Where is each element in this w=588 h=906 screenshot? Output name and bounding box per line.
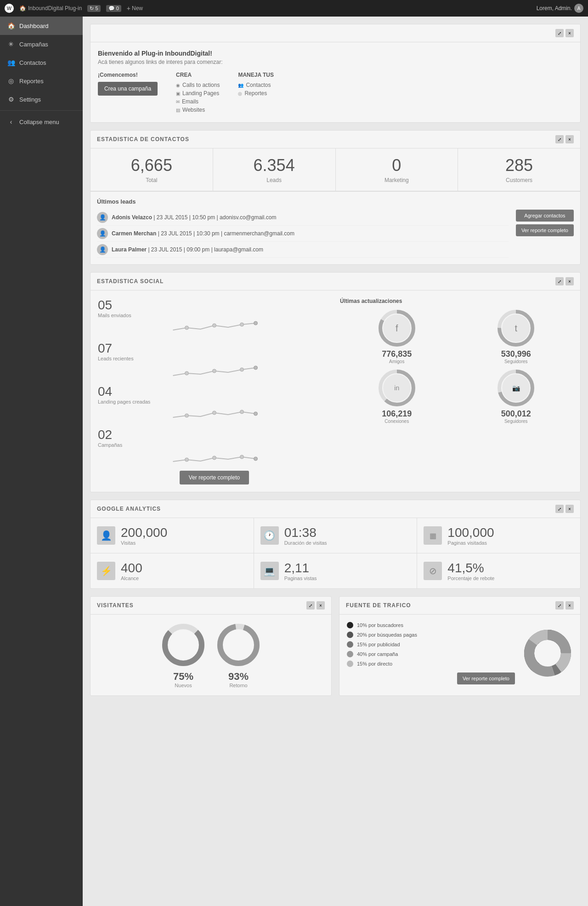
close-button-contactos[interactable]: × (565, 135, 574, 143)
crea-title: CREA (176, 72, 220, 78)
crea-item-emails: Emails (176, 98, 220, 105)
social-linkedin: in 106,219 Conexiones (340, 370, 454, 424)
contactos-section-title: ESTADISTICA DE CONTACTOS (97, 136, 189, 142)
comments-badge[interactable]: 💬 0 (106, 5, 121, 12)
lead-item-3: Laura Palmer | 23 JUL 2015 | 09:00 pm | … (97, 242, 509, 258)
lead-email-1: adonisv.co@gmail.com (220, 214, 276, 221)
topbar-site[interactable]: 🏠 InboundDigital Plug-in (19, 5, 82, 11)
campanas-icon: ✳ (7, 40, 15, 48)
sidebar: 🏠 Dashboard ✳ Campañas 👥 Contactos ◎ Rep… (0, 17, 83, 906)
stat-marketing-label: Marketing (340, 177, 453, 183)
alcance-num: 400 (121, 561, 142, 576)
svg-point-2 (240, 323, 244, 326)
twitter-label: Seguidores (504, 359, 528, 364)
visitantes-nuevos: 75% Nuevos (160, 622, 206, 688)
lead-avatar-2 (97, 228, 108, 239)
maneja-item-reportes: Reportes (238, 90, 274, 97)
linkedin-circle-inner: in (383, 374, 411, 402)
expand-button-visitantes[interactable]: ⤢ (306, 601, 315, 610)
fuente-label-3: 15% por publicidad (357, 642, 400, 647)
fuente-legend-4: 40% por campaña (347, 651, 515, 657)
analytics-visitas: 👤 200,000 Visitas (90, 518, 254, 553)
social-network-grid: f 776,835 Amigos (340, 310, 573, 424)
create-campaign-button[interactable]: Crea una campaña (98, 82, 158, 96)
collapse-icon: ‹ (7, 118, 15, 125)
sparkline-landing-svg (98, 407, 331, 421)
ver-reporte-social-button[interactable]: Ver reporte completo (180, 471, 249, 484)
contactos-card: ESTADISTICA DE CONTACTOS ⤢ × 6,665 Total… (90, 130, 581, 265)
analytics-card-header: GOOGLE ANALYTICS ⤢ × (90, 500, 580, 518)
social-metric-1: 05 Mails enviados (98, 298, 331, 318)
social-leads-label: Leads recientes (98, 356, 134, 361)
nuevos-pct: 75% (173, 671, 193, 683)
new-label: New (132, 5, 143, 11)
expand-button-social[interactable]: ⤢ (555, 277, 564, 285)
user-avatar: A (574, 4, 583, 13)
retorno-label: Retorno (229, 683, 247, 688)
sidebar-item-contactos[interactable]: 👥 Contactos (0, 53, 83, 72)
card-controls-analytics: ⤢ × (555, 505, 574, 513)
sidebar-item-reportes[interactable]: ◎ Reportes (0, 72, 83, 90)
expand-button-analytics[interactable]: ⤢ (555, 505, 564, 513)
analytics-duracion-text: 01:38 Duración de visitas (284, 525, 327, 546)
sidebar-item-dashboard[interactable]: 🏠 Dashboard (0, 17, 83, 35)
close-button-analytics[interactable]: × (565, 505, 574, 513)
ver-reporte-fuente-button[interactable]: Ver reporte completo (457, 672, 515, 684)
close-button-fuente[interactable]: × (565, 601, 574, 610)
sidebar-item-campanas[interactable]: ✳ Campañas (0, 35, 83, 53)
stat-customers-num: 285 (463, 156, 576, 175)
refresh-badge[interactable]: ↻ 5 (87, 5, 100, 12)
topbar-right: Lorem, Admin. A (537, 4, 583, 13)
close-button-visitantes[interactable]: × (317, 601, 325, 610)
close-button-social[interactable]: × (565, 277, 574, 285)
card-controls-visitantes: ⤢ × (306, 601, 325, 610)
lead-time-2: 10:30 pm (197, 230, 220, 237)
paginas-vis-num: 100,000 (447, 525, 494, 540)
social-card-header: ESTADISTICA SOCIAL ⤢ × (90, 273, 580, 291)
sidebar-item-settings[interactable]: ⚙ Settings (0, 90, 83, 108)
lead-date-2: 23 JUL 2015 (161, 230, 192, 237)
ver-reporte-contactos-button[interactable]: Ver reporte completo (516, 224, 574, 236)
stats-row: 6,665 Total 6.354 Leads 0 Marketing 285 … (90, 148, 580, 191)
stat-total-num: 6,665 (95, 156, 208, 175)
sidebar-item-collapse[interactable]: ‹ Collapse menu (0, 113, 83, 131)
lead-info-3: Laura Palmer | 23 JUL 2015 | 09:00 pm | … (112, 246, 263, 253)
social-stat-landing: 04 Landing pages creadas (98, 384, 150, 405)
visitantes-card: VISITANTES ⤢ × 75% Nuevos (90, 596, 332, 696)
instagram-icon: 📷 (512, 384, 520, 392)
svg-point-6 (240, 368, 244, 371)
stat-leads: 6.354 Leads (213, 148, 336, 191)
paginas-vis-icon: ▦ (424, 526, 442, 545)
twitter-icon: t (514, 323, 517, 334)
facebook-label: Amigos (389, 359, 404, 364)
analytics-row-2: ⚡ 400 Alcance 💻 2,11 Paginas vistas (90, 553, 580, 588)
agregar-contactos-button[interactable]: Agregar contactos (516, 210, 574, 222)
nuevos-label: Nuevos (175, 683, 192, 688)
leads-list: Adonis Velazco | 23 JUL 2015 | 10:50 pm … (97, 210, 509, 258)
new-button[interactable]: + New (127, 5, 143, 12)
visitas-label: Visitas (121, 540, 167, 546)
expand-button-fuente[interactable]: ⤢ (555, 601, 564, 610)
instagram-num: 500,012 (501, 409, 531, 419)
plus-icon: + (127, 5, 130, 12)
svg-point-8 (185, 414, 189, 417)
visitas-icon: 👤 (97, 526, 115, 545)
fuente-chart-col (522, 622, 573, 684)
fuente-pie-svg (522, 628, 573, 678)
maneja-item-contactos: Contactos (238, 82, 274, 88)
lead-email-3: laurapa@gmail.com (214, 246, 263, 253)
sparkline-campanas (98, 450, 331, 464)
close-button-welcome[interactable]: × (565, 29, 574, 37)
social-section-title: ESTADISTICA SOCIAL (97, 278, 164, 285)
social-mails-label: Mails enviados (98, 313, 131, 318)
maneja-title: MANEJA TUS (238, 72, 274, 78)
bottom-row: VISITANTES ⤢ × 75% Nuevos (90, 596, 581, 696)
sparkline-leads (98, 364, 331, 378)
lead-date-1: 23 JUL 2015 (157, 214, 188, 221)
layout: 🏠 Dashboard ✳ Campañas 👥 Contactos ◎ Rep… (0, 17, 588, 906)
rebote-label: Porcentaje de rebote (447, 576, 494, 581)
social-metric-3: 04 Landing pages creadas (98, 384, 331, 405)
lead-date-3: 23 JUL 2015 (151, 246, 182, 253)
expand-button-welcome[interactable]: ⤢ (555, 29, 564, 37)
expand-button-contactos[interactable]: ⤢ (555, 135, 564, 143)
